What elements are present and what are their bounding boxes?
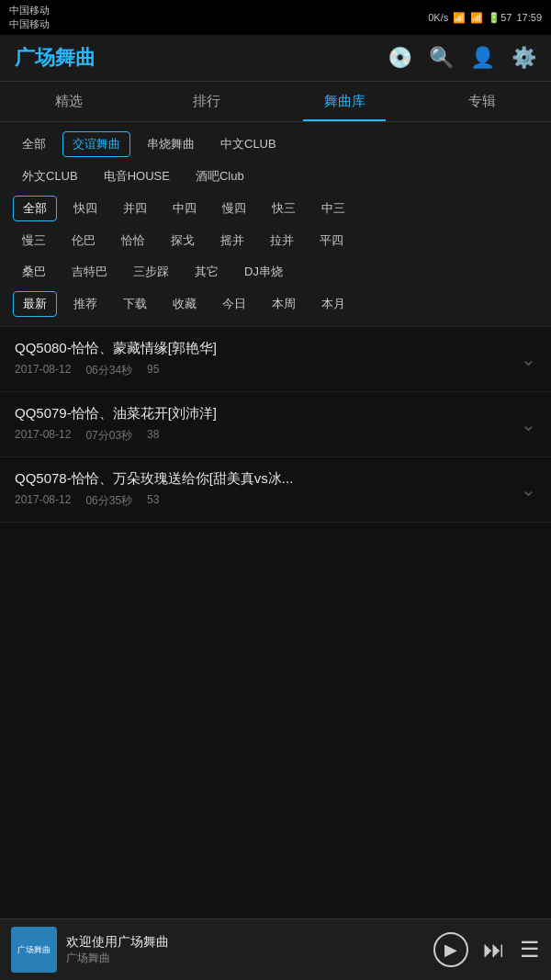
disc-icon[interactable]: 💿 [388, 46, 412, 70]
filter-kuai3[interactable]: 快三 [263, 197, 305, 220]
signal-icon: 📶 [470, 12, 483, 24]
song-meta-3: 2017-08-12 06分35秒 53 [15, 493, 512, 509]
filter-row-4: 慢三 伦巴 恰恰 探戈 摇并 拉并 平四 [13, 229, 538, 253]
filter-collect[interactable]: 收藏 [163, 292, 206, 316]
filter-bing4[interactable]: 并四 [114, 197, 156, 220]
filter-download[interactable]: 下载 [114, 292, 156, 316]
header-icons: 💿 🔍 👤 ⚙️ [388, 46, 536, 70]
filter-row-1: 全部 交谊舞曲 串烧舞曲 中文CLUB [13, 131, 538, 157]
filter-yaobing[interactable]: 摇并 [211, 229, 253, 253]
filter-dj-chuanshao[interactable]: DJ串烧 [235, 260, 292, 284]
filter-row-5: 桑巴 吉特巴 三步踩 其它 DJ串烧 [13, 260, 538, 284]
filter-tango[interactable]: 探戈 [162, 229, 204, 253]
chevron-down-icon[interactable]: ⌄ [521, 413, 536, 435]
tab-bar: 精选 排行 舞曲库 专辑 [0, 82, 551, 122]
song-count-1: 95 [147, 363, 159, 378]
song-title-3: QQ5078-恰恰、万朵玫瑰送给你[甜美真vs冰... [15, 470, 512, 488]
table-row[interactable]: QQ5080-恰恰、蒙藏情缘[郭艳华] 2017-08-12 06分34秒 95… [0, 327, 551, 392]
filter-all-1[interactable]: 全部 [13, 132, 55, 156]
next-button[interactable]: ⏭ [483, 937, 505, 963]
table-row[interactable]: QQ5078-恰恰、万朵玫瑰送给你[甜美真vs冰... 2017-08-12 0… [0, 457, 551, 523]
filter-man4[interactable]: 慢四 [213, 197, 255, 220]
filter-section: 全部 交谊舞曲 串烧舞曲 中文CLUB 外文CLUB 电音HOUSE 酒吧Clu… [0, 122, 551, 327]
play-button[interactable]: ▶ [433, 932, 468, 967]
song-duration-3: 06分35秒 [85, 493, 132, 509]
filter-man3[interactable]: 慢三 [13, 229, 55, 253]
song-meta-1: 2017-08-12 06分34秒 95 [15, 363, 512, 378]
wifi-icon: 📶 [453, 12, 466, 24]
filter-qiaqia[interactable]: 恰恰 [112, 229, 154, 253]
filter-row-2: 外文CLUB 电音HOUSE 酒吧Club [13, 164, 538, 188]
filter-row-sort: 最新 推荐 下载 收藏 今日 本周 本月 [13, 291, 538, 317]
song-duration-2: 07分03秒 [85, 428, 132, 444]
filter-dianyin-house[interactable]: 电音HOUSE [95, 164, 179, 188]
tab-library[interactable]: 舞曲库 [276, 82, 413, 121]
filter-jiaoyiwuqu[interactable]: 交谊舞曲 [62, 131, 130, 157]
song-date-2: 2017-08-12 [15, 428, 71, 444]
table-row[interactable]: QQ5079-恰恰、油菜花开[刘沛洋] 2017-08-12 07分03秒 38… [0, 392, 551, 457]
song-date-3: 2017-08-12 [15, 493, 71, 509]
song-meta-2: 2017-08-12 07分03秒 38 [15, 428, 512, 444]
player-artist: 广场舞曲 [66, 951, 424, 966]
chevron-down-icon[interactable]: ⌄ [521, 348, 536, 370]
filter-row-3: 全部 快四 并四 中四 慢四 快三 中三 [13, 196, 538, 221]
bottom-player: 广场舞曲 欢迎使用广场舞曲 广场舞曲 ▶ ⏭ ☰ [0, 918, 551, 980]
status-bar: 中国移动 中国移动 0K/s 📶 📶 🔋57 17:59 [0, 0, 551, 35]
settings-icon[interactable]: ⚙️ [512, 46, 536, 70]
song-title-2: QQ5079-恰恰、油菜花开[刘沛洋] [15, 405, 512, 422]
filter-kuai4[interactable]: 快四 [64, 197, 107, 220]
filter-recommend[interactable]: 推荐 [64, 292, 107, 316]
player-song-name: 欢迎使用广场舞曲 [66, 934, 424, 951]
song-date-1: 2017-08-12 [15, 363, 71, 378]
filter-today[interactable]: 今日 [213, 292, 255, 316]
tab-album[interactable]: 专辑 [413, 82, 551, 121]
filter-waiwen-club[interactable]: 外文CLUB [13, 164, 87, 188]
network-speed: 0K/s [428, 12, 448, 23]
user-icon[interactable]: 👤 [470, 46, 495, 70]
filter-newest[interactable]: 最新 [13, 291, 57, 317]
carrier-info: 中国移动 中国移动 [9, 4, 50, 31]
app-title: 广场舞曲 [15, 44, 96, 72]
playlist-button[interactable]: ☰ [520, 937, 540, 963]
filter-ping4[interactable]: 平四 [310, 229, 353, 253]
filter-chuanshao[interactable]: 串烧舞曲 [138, 132, 204, 156]
carrier1: 中国移动 [9, 4, 50, 17]
filter-sanbu[interactable]: 三步踩 [124, 260, 178, 284]
header: 广场舞曲 💿 🔍 👤 ⚙️ [0, 35, 551, 82]
filter-jiuba-club[interactable]: 酒吧Club [186, 164, 253, 188]
song-count-2: 38 [147, 428, 159, 444]
filter-sangba[interactable]: 桑巴 [13, 260, 55, 284]
filter-labing[interactable]: 拉并 [261, 229, 303, 253]
status-right: 0K/s 📶 📶 🔋57 17:59 [428, 12, 542, 24]
battery-icon: 🔋57 [488, 12, 512, 24]
time-display: 17:59 [516, 12, 542, 23]
song-info-3: QQ5078-恰恰、万朵玫瑰送给你[甜美真vs冰... 2017-08-12 0… [15, 470, 512, 509]
song-count-3: 53 [147, 493, 159, 509]
search-icon[interactable]: 🔍 [429, 46, 454, 70]
filter-jiteba[interactable]: 吉特巴 [62, 260, 117, 284]
filter-zhong3[interactable]: 中三 [312, 197, 354, 220]
album-art: 广场舞曲 [11, 927, 57, 973]
player-controls: ▶ ⏭ ☰ [433, 932, 540, 967]
filter-zhong4[interactable]: 中四 [163, 197, 206, 220]
song-list: QQ5080-恰恰、蒙藏情缘[郭艳华] 2017-08-12 06分34秒 95… [0, 327, 551, 523]
tab-featured[interactable]: 精选 [0, 82, 138, 121]
filter-month[interactable]: 本月 [312, 292, 354, 316]
song-title-1: QQ5080-恰恰、蒙藏情缘[郭艳华] [15, 340, 512, 357]
filter-zhongwen-club[interactable]: 中文CLUB [211, 132, 286, 156]
chevron-down-icon[interactable]: ⌄ [521, 479, 536, 501]
filter-lunba[interactable]: 伦巴 [62, 229, 105, 253]
filter-qita[interactable]: 其它 [186, 260, 228, 284]
filter-week[interactable]: 本周 [263, 292, 305, 316]
song-info-2: QQ5079-恰恰、油菜花开[刘沛洋] 2017-08-12 07分03秒 38 [15, 405, 512, 444]
song-info-1: QQ5080-恰恰、蒙藏情缘[郭艳华] 2017-08-12 06分34秒 95 [15, 340, 512, 378]
player-info: 欢迎使用广场舞曲 广场舞曲 [66, 934, 424, 966]
content-area: 全部 交谊舞曲 串烧舞曲 中文CLUB 外文CLUB 电音HOUSE 酒吧Clu… [0, 122, 551, 587]
song-duration-1: 06分34秒 [85, 363, 132, 378]
carrier2: 中国移动 [9, 17, 50, 31]
tab-ranking[interactable]: 排行 [138, 82, 276, 121]
filter-all-2[interactable]: 全部 [13, 196, 57, 221]
